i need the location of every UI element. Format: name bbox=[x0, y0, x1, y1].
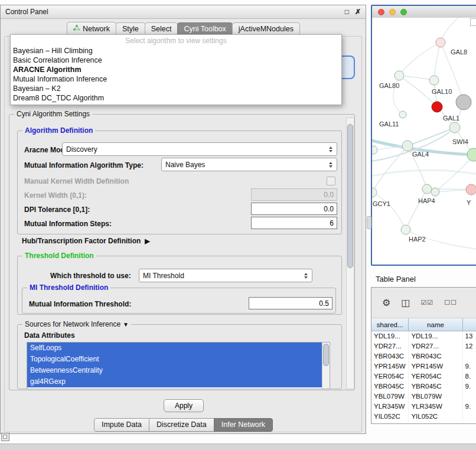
cell: 12 bbox=[463, 341, 476, 351]
expand-right-icon: ▶ bbox=[145, 237, 149, 245]
which-threshold-label: Which threshold to use: bbox=[50, 272, 131, 280]
algorithm-option[interactable]: Dream8 DC_TDC Algorithm bbox=[11, 93, 341, 103]
mi-steps-field[interactable] bbox=[251, 217, 337, 229]
network-node-gal4[interactable] bbox=[402, 141, 413, 151]
table-row[interactable]: YLR345W YLR345W 9. bbox=[371, 402, 476, 412]
window-zoom-button[interactable] bbox=[400, 9, 407, 15]
node-label: GAL4 bbox=[412, 151, 429, 158]
window-minimize-button[interactable] bbox=[389, 9, 396, 15]
network-node-hap2[interactable] bbox=[401, 225, 410, 234]
float-window-icon[interactable]: □ bbox=[345, 8, 349, 16]
network-node-left-edge[interactable] bbox=[372, 146, 377, 154]
settings-gear-icon[interactable]: ⚙ bbox=[382, 297, 390, 308]
table-row[interactable]: YIL052C YIL052C bbox=[371, 412, 476, 422]
control-panel-window: Control Panel □ ✗ Network Style Select C… bbox=[0, 5, 366, 434]
tab-discretize-data[interactable]: Discretize Data bbox=[149, 418, 214, 432]
deselect-all-icon[interactable]: ☐☐ bbox=[444, 299, 457, 306]
combo-stepper-icon bbox=[302, 273, 309, 279]
network-canvas[interactable]: GAL8 GAL80 GAL10 GAL11 GAL1 SWI4 GAL4 GC… bbox=[372, 18, 476, 265]
attribute-item-selected[interactable]: BetweennessCentrality bbox=[27, 365, 322, 376]
column-selector-icon[interactable]: ◫ bbox=[401, 297, 410, 308]
hub-definition-label: Hub/Transcription Factor Definition bbox=[22, 237, 141, 245]
group-title: Algorithm Definition bbox=[22, 126, 95, 135]
scrollbar-thumb[interactable] bbox=[323, 344, 329, 366]
sources-group-title[interactable]: Sources for Network Inference ▼ bbox=[22, 320, 131, 328]
apply-button[interactable]: Apply bbox=[164, 399, 204, 412]
collapsed-panel-icon[interactable] bbox=[1, 433, 9, 441]
cell: YER054C bbox=[409, 371, 462, 381]
dpi-tolerance-field[interactable] bbox=[251, 203, 337, 215]
column-header-name[interactable]: name bbox=[409, 318, 462, 331]
table-row[interactable]: YPR145W YPR145W 9. bbox=[371, 361, 476, 371]
attributes-list-scrollbar[interactable] bbox=[322, 343, 330, 389]
kernel-width-label: Kernel Width (0,1): bbox=[24, 191, 87, 200]
table-row[interactable]: YDR27... YDR27... 12 bbox=[371, 341, 476, 351]
algorithm-option[interactable]: Basic Correlation Inference bbox=[11, 56, 341, 65]
network-graph: GAL8 GAL80 GAL10 GAL11 GAL1 SWI4 GAL4 GC… bbox=[372, 18, 476, 266]
column-header-cut[interactable] bbox=[463, 318, 476, 331]
settings-vertical-scrollbar[interactable] bbox=[346, 118, 354, 389]
hub-definition-toggle[interactable]: Hub/Transcription Factor Definition ▶ bbox=[22, 237, 150, 245]
collapse-down-icon: ▼ bbox=[123, 321, 129, 328]
scrollbar-thumb[interactable] bbox=[347, 124, 353, 268]
network-node-hap4[interactable] bbox=[422, 184, 432, 194]
control-panel-titlebar: Control Panel □ ✗ bbox=[1, 5, 366, 19]
window-close-button[interactable] bbox=[378, 9, 384, 15]
attribute-item-selected[interactable]: gal4RGexp bbox=[27, 376, 322, 387]
network-node-red-selected[interactable] bbox=[432, 102, 442, 112]
sources-title-label: Sources for Network Inference bbox=[25, 320, 120, 328]
network-node-mid[interactable] bbox=[431, 188, 439, 196]
combo-stepper-icon bbox=[327, 146, 334, 152]
panel-splitter-handle[interactable] bbox=[367, 216, 371, 229]
network-scrollbar-corner[interactable] bbox=[470, 18, 476, 26]
tab-impute-data[interactable]: Impute Data bbox=[94, 418, 149, 432]
network-node-gray[interactable] bbox=[456, 94, 471, 110]
cell: YBR045C bbox=[371, 381, 409, 392]
mi-type-select[interactable]: Naive Bayes bbox=[161, 158, 337, 171]
table-panel-window: ⚙ ◫ ☑☑ ☐☐ shared... name YDL19... YDL19.… bbox=[371, 287, 476, 424]
algorithm-option-selected[interactable]: ARACNE Algorithm bbox=[11, 65, 341, 74]
cell bbox=[463, 392, 476, 402]
node-label: GAL80 bbox=[379, 82, 399, 89]
network-node-pink[interactable] bbox=[466, 184, 476, 195]
table-body: YDL19... YDL19... 13 YDR27... YDR27... 1… bbox=[371, 331, 476, 422]
network-node-gal10[interactable] bbox=[429, 76, 439, 85]
network-node-gal11[interactable] bbox=[399, 111, 406, 118]
cell: YBR043C bbox=[409, 351, 462, 361]
attribute-item-selected[interactable]: SelfLoops bbox=[27, 343, 322, 354]
table-row[interactable]: YER054C YER054C 8. bbox=[371, 371, 476, 381]
network-node-gal1[interactable] bbox=[449, 122, 460, 133]
selected-value: Discovery bbox=[66, 145, 327, 154]
which-threshold-select[interactable]: MI Threshold bbox=[139, 269, 312, 282]
cell: YLR345W bbox=[409, 402, 462, 412]
table-row[interactable]: YBL079W YBL079W bbox=[371, 392, 476, 402]
bottom-tab-bar: Impute Data Discretize Data Infer Networ… bbox=[1, 418, 366, 432]
tab-label: Select bbox=[151, 25, 172, 33]
select-all-icon[interactable]: ☑☑ bbox=[420, 299, 433, 306]
node-label: HAP2 bbox=[409, 236, 426, 243]
attribute-item-selected[interactable]: TopologicalCoefficient bbox=[27, 354, 322, 365]
table-row[interactable]: YBR045C YBR045C 9. bbox=[371, 381, 476, 392]
tab-infer-network[interactable]: Infer Network bbox=[214, 418, 273, 432]
network-node-gcy1[interactable] bbox=[372, 188, 377, 197]
cell: YPR145W bbox=[371, 361, 409, 371]
close-icon[interactable]: ✗ bbox=[355, 8, 361, 16]
node-label: GAL8 bbox=[451, 48, 467, 56]
cell: YDR27... bbox=[409, 341, 462, 351]
selected-value: Naive Bayes bbox=[165, 161, 327, 169]
data-attributes-list[interactable]: SelfLoops TopologicalCoefficient Between… bbox=[27, 342, 330, 389]
column-header-shared-name[interactable]: shared... bbox=[371, 318, 409, 331]
table-row[interactable]: YDL19... YDL19... 13 bbox=[371, 331, 476, 341]
network-node-gal8[interactable] bbox=[436, 38, 445, 47]
aracne-mode-select[interactable]: Discovery bbox=[62, 142, 337, 156]
network-node-gal80[interactable] bbox=[395, 71, 404, 80]
network-window-titlebar[interactable] bbox=[372, 6, 476, 18]
algorithm-option[interactable]: Bayesian – Hill Climbing bbox=[11, 46, 341, 56]
cell: YDR27... bbox=[371, 341, 409, 351]
algorithm-option[interactable]: Bayesian – K2 bbox=[11, 84, 341, 93]
network-node-swi4[interactable] bbox=[467, 148, 476, 161]
mi-threshold-field[interactable] bbox=[249, 297, 332, 309]
table-row[interactable]: YBR043C YBR043C bbox=[371, 351, 476, 361]
algorithm-option[interactable]: Mutual Information Inference bbox=[11, 74, 341, 84]
cell: 13 bbox=[463, 331, 476, 341]
